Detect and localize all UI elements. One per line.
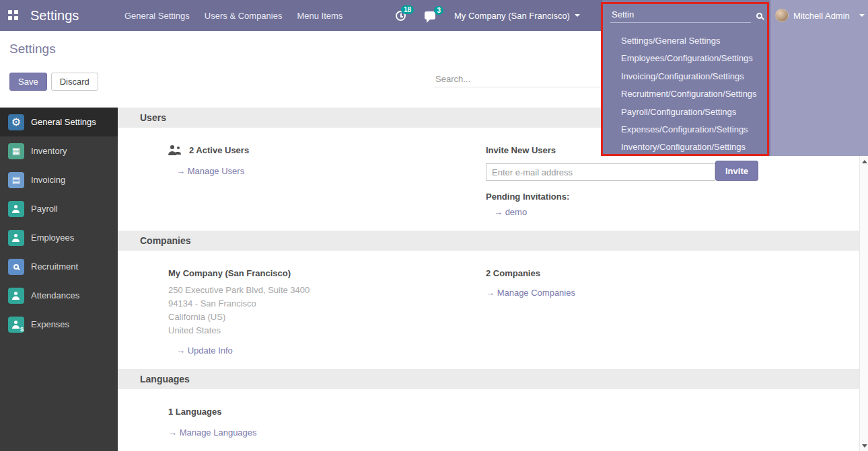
employees-people-icon bbox=[8, 230, 24, 246]
sidebar-item-label: Recruitment bbox=[31, 261, 78, 272]
pending-user-link[interactable]: demo bbox=[494, 207, 527, 217]
chevron-down-icon bbox=[859, 14, 865, 17]
section-header-languages: Languages bbox=[118, 369, 860, 389]
search-result-item[interactable]: Payroll/Configuration/Settings bbox=[621, 104, 770, 121]
invite-button[interactable]: Invite bbox=[715, 161, 758, 181]
chevron-down-icon bbox=[575, 14, 580, 17]
search-result-item[interactable]: Inventory/Configuration/Settings bbox=[621, 138, 770, 156]
sidebar-item-expenses[interactable]: $ Expenses bbox=[0, 310, 118, 339]
menu-general-settings[interactable]: General Settings bbox=[124, 11, 190, 21]
sidebar-item-label: Inventory bbox=[31, 146, 67, 156]
sidebar-item-label: Payroll bbox=[31, 204, 58, 214]
sidebar-item-employees[interactable]: Employees bbox=[0, 223, 118, 252]
expense-person-icon: $ bbox=[8, 317, 24, 333]
systray: 18 3 My Company (San Francisco) bbox=[396, 0, 580, 31]
manage-users-link[interactable]: Manage Users bbox=[176, 166, 244, 176]
settings-content: Users 2 Active Users Manage Users Invite… bbox=[118, 108, 860, 451]
sidebar-item-label: Attendances bbox=[31, 290, 79, 300]
search-result-item[interactable]: Recruitment/Configuration/Settings bbox=[621, 85, 770, 103]
update-info-link[interactable]: Update Info bbox=[176, 345, 233, 356]
sidebar-item-general-settings[interactable]: ⚙ General Settings bbox=[0, 108, 118, 136]
user-menu[interactable]: Mitchell Admin bbox=[775, 0, 865, 31]
scroll-down-arrow[interactable] bbox=[862, 444, 867, 448]
invite-email-input[interactable] bbox=[486, 163, 715, 181]
activities-button[interactable]: 18 bbox=[396, 11, 406, 21]
company-name: My Company (San Francisco) bbox=[168, 268, 486, 278]
sidebar-item-label: Invoicing bbox=[31, 175, 65, 185]
breadcrumb: Settings bbox=[9, 42, 56, 56]
settings-sidebar: ⚙ General Settings ▦ Inventory ▤ Invoici… bbox=[0, 108, 118, 451]
sidebar-item-inventory[interactable]: ▦ Inventory bbox=[0, 136, 118, 165]
section-languages: 1 Languages Manage Languages bbox=[118, 389, 860, 451]
company-switcher[interactable]: My Company (San Francisco) bbox=[454, 11, 580, 21]
menu-search-input[interactable] bbox=[610, 8, 751, 23]
sidebar-item-label: Employees bbox=[31, 233, 74, 243]
scroll-up-arrow[interactable] bbox=[862, 160, 867, 163]
sidebar-item-label: Expenses bbox=[31, 319, 69, 329]
search-icon[interactable] bbox=[756, 13, 762, 19]
app-submenus: General Settings Users & Companies Menu … bbox=[124, 0, 342, 31]
search-result-item[interactable]: Employees/Configuration/Settings bbox=[621, 50, 770, 67]
vertical-scrollbar[interactable] bbox=[859, 108, 868, 451]
users-group-icon bbox=[168, 145, 183, 155]
content-search-input[interactable] bbox=[434, 71, 602, 87]
search-result-item[interactable]: Settings/General Settings bbox=[621, 32, 770, 50]
company-address: 250 Executive Park Blvd, Suite 3400 9413… bbox=[168, 284, 486, 337]
search-result-item[interactable]: Expenses/Configuration/Settings bbox=[621, 121, 770, 138]
avatar bbox=[775, 9, 789, 22]
company-name: My Company (San Francisco) bbox=[454, 11, 570, 21]
inventory-icon: ▦ bbox=[8, 143, 24, 159]
save-button[interactable]: Save bbox=[9, 73, 47, 91]
app-title: Settings bbox=[30, 0, 79, 31]
activity-count-badge: 18 bbox=[401, 5, 414, 14]
pending-invitations-label: Pending Invitations: bbox=[486, 192, 840, 202]
attendance-person-icon bbox=[8, 288, 24, 304]
gear-icon: ⚙ bbox=[8, 114, 24, 130]
manage-languages-link[interactable]: Manage Languages bbox=[168, 427, 257, 438]
sidebar-item-invoicing[interactable]: ▤ Invoicing bbox=[0, 165, 118, 194]
active-users-count: 2 Active Users bbox=[189, 145, 249, 155]
menu-search-row bbox=[602, 0, 770, 31]
sidebar-item-label: General Settings bbox=[31, 117, 96, 127]
menu-search-dropdown: Settings/General Settings Employees/Conf… bbox=[602, 0, 770, 156]
user-name: Mitchell Admin bbox=[793, 11, 850, 21]
recruitment-magnifier-icon bbox=[8, 259, 24, 275]
message-count-badge: 3 bbox=[434, 6, 443, 15]
sidebar-item-recruitment[interactable]: Recruitment bbox=[0, 252, 118, 281]
chat-bubble-icon bbox=[425, 11, 435, 19]
invoice-document-icon: ▤ bbox=[8, 172, 24, 188]
messages-button[interactable]: 3 bbox=[425, 11, 435, 19]
search-result-item[interactable]: Invoicing/Configuration/Settings bbox=[621, 68, 770, 85]
menu-search-results: Settings/General Settings Employees/Conf… bbox=[602, 32, 770, 157]
manage-companies-link[interactable]: Manage Companies bbox=[486, 288, 575, 298]
section-header-companies: Companies bbox=[118, 231, 860, 251]
sidebar-item-attendances[interactable]: Attendances bbox=[0, 281, 118, 310]
section-companies: My Company (San Francisco) 250 Executive… bbox=[118, 251, 860, 369]
screen: Settings General Settings Users & Compan… bbox=[0, 0, 868, 451]
discard-button[interactable]: Discard bbox=[51, 73, 98, 91]
menu-menu-items[interactable]: Menu Items bbox=[297, 11, 342, 21]
payroll-person-icon bbox=[8, 201, 24, 217]
menu-users-companies[interactable]: Users & Companies bbox=[205, 11, 283, 21]
apps-menu-icon[interactable] bbox=[8, 10, 18, 20]
sidebar-item-payroll[interactable]: Payroll bbox=[0, 194, 118, 223]
languages-count: 1 Languages bbox=[168, 407, 486, 417]
form-buttons: Save Discard bbox=[9, 73, 98, 91]
companies-count: 2 Companies bbox=[486, 268, 840, 278]
